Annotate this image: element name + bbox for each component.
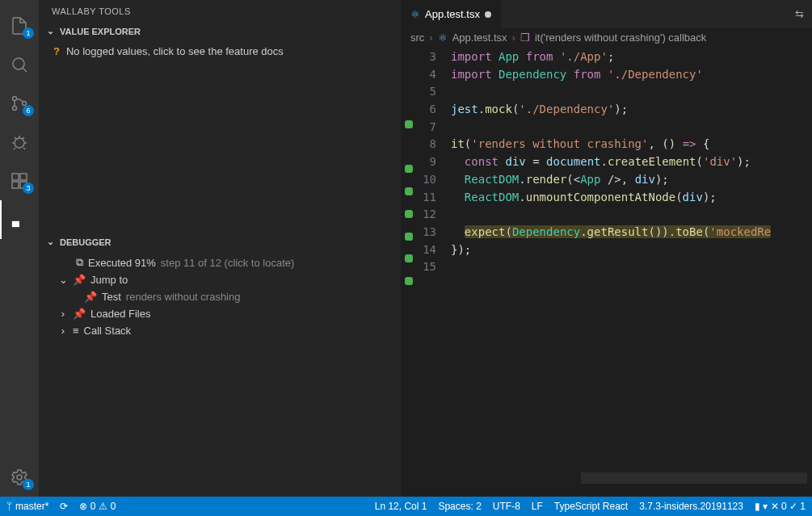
status-eol[interactable]: LF: [532, 501, 543, 512]
value-explorer-empty[interactable]: ? No logged values, click to see the fea…: [39, 43, 401, 60]
chevron-right-icon: ›: [58, 308, 68, 320]
loaded-files-label: Loaded Files: [90, 308, 150, 320]
activity-bar: 1 6 3 1: [0, 0, 39, 497]
status-encoding[interactable]: UTF-8: [493, 501, 520, 512]
question-icon: ?: [53, 45, 60, 57]
debugger-header[interactable]: ⌄ DEBUGGER: [39, 233, 401, 250]
chevron-right-icon: ›: [512, 31, 515, 44]
editor-tabs: ⚛ App.test.tsx ⇆: [401, 0, 812, 28]
svg-point-4: [15, 138, 24, 148]
chevron-right-icon: ›: [429, 31, 432, 44]
svg-rect-5: [12, 174, 19, 180]
activity-explorer[interactable]: 1: [0, 6, 39, 45]
badge: 3: [23, 182, 34, 194]
gutter-marks: [401, 47, 417, 497]
editor-area: ⚛ App.test.tsx ⇆ src › ⚛ App.test.tsx › …: [401, 0, 812, 497]
debugger-call-stack[interactable]: › ≡ Call Stack: [39, 322, 401, 339]
status-sync[interactable]: ⟳: [60, 501, 68, 512]
value-explorer-empty-text: No logged values, click to see the featu…: [66, 45, 284, 57]
test-detail: renders without crashing: [126, 291, 241, 303]
react-icon: ⚛: [410, 8, 420, 20]
svg-point-1: [13, 97, 17, 101]
svg-rect-10: [19, 212, 27, 227]
breadcrumbs[interactable]: src › ⚛ App.test.tsx › ❒ it('renders wit…: [401, 28, 812, 47]
bc-symbol[interactable]: it('renders without crashing') callback: [535, 31, 706, 44]
executed-detail: step 11 of 12 (click to locate): [161, 257, 294, 269]
modified-dot-icon: [485, 11, 491, 18]
status-spaces[interactable]: Spaces: 2: [438, 501, 481, 512]
activity-search[interactable]: [0, 45, 39, 84]
badge: 1: [23, 479, 34, 490]
svg-rect-9: [12, 221, 19, 227]
executed-label: Executed 91%: [88, 257, 156, 269]
chevron-down-icon: ⌄: [58, 274, 68, 286]
value-explorer-header[interactable]: ⌄ VALUE EXPLORER: [39, 23, 401, 40]
pin-icon: 📌: [73, 308, 86, 320]
activity-settings[interactable]: 1: [0, 458, 39, 497]
activity-extensions[interactable]: 3: [0, 162, 39, 200]
tab-actions[interactable]: ⇆: [787, 8, 812, 20]
status-tsver[interactable]: 3.7.3-insiders.20191123: [639, 501, 743, 512]
debugger-jump-to[interactable]: ⌄ 📌 Jump to: [39, 271, 401, 288]
bc-file[interactable]: App.test.tsx: [452, 31, 507, 44]
badge: 6: [23, 105, 34, 116]
pin-icon: 📌: [73, 274, 86, 286]
status-errors[interactable]: ⊗ 0 ⚠ 0: [79, 501, 116, 512]
activity-wallaby[interactable]: [0, 200, 39, 239]
sidebar: WALLABY TOOLS ⌄ VALUE EXPLORER ? No logg…: [39, 0, 401, 497]
code-content[interactable]: import App from './App';import Dependenc…: [446, 47, 812, 497]
svg-point-2: [13, 107, 17, 111]
status-branch[interactable]: ᛘ master*: [6, 501, 48, 512]
svg-point-11: [17, 475, 22, 480]
chevron-down-icon: ⌄: [45, 26, 55, 36]
svg-rect-8: [20, 174, 27, 180]
debugger-label: DEBUGGER: [60, 237, 111, 247]
svg-rect-6: [12, 182, 19, 188]
cube-icon: ❒: [520, 31, 530, 44]
value-explorer-label: VALUE EXPLORER: [60, 27, 141, 36]
compare-icon[interactable]: ⇆: [795, 8, 804, 20]
chevron-right-icon: ›: [58, 325, 68, 337]
bc-src[interactable]: src: [410, 31, 424, 44]
chevron-down-icon: ⌄: [45, 237, 55, 247]
activity-scm[interactable]: 6: [0, 84, 39, 123]
status-wallaby[interactable]: ▮ ▾ ✕ 0 ✓ 1: [755, 501, 806, 512]
minimap[interactable]: [581, 472, 807, 484]
activity-debug[interactable]: [0, 123, 39, 162]
code-editor[interactable]: 3456789101112131415 import App from './A…: [401, 47, 812, 497]
badge: 1: [23, 27, 34, 39]
tab-label: App.test.tsx: [425, 8, 480, 20]
svg-point-0: [13, 58, 24, 69]
react-icon: ⚛: [438, 31, 448, 44]
debugger-executed[interactable]: ⧉ Executed 91% step 11 of 12 (click to l…: [39, 254, 401, 271]
status-bar: ᛘ master* ⟳ ⊗ 0 ⚠ 0 Ln 12, Col 1 Spaces:…: [0, 497, 812, 516]
editor-tab[interactable]: ⚛ App.test.tsx: [401, 0, 501, 28]
checklist-icon: ⧉: [76, 256, 83, 269]
jump-to-label: Jump to: [90, 274, 128, 286]
list-icon: ≡: [73, 325, 79, 337]
debugger-loaded-files[interactable]: › 📌 Loaded Files: [39, 305, 401, 322]
debugger-test-item[interactable]: 📌 Test renders without crashing: [39, 288, 401, 305]
call-stack-label: Call Stack: [84, 325, 132, 337]
pin-icon: 📌: [84, 291, 97, 303]
status-position[interactable]: Ln 12, Col 1: [375, 501, 427, 512]
status-lang[interactable]: TypeScript React: [554, 501, 628, 512]
test-label: Test: [102, 291, 121, 303]
sidebar-title: WALLABY TOOLS: [39, 0, 401, 23]
line-numbers: 3456789101112131415: [417, 47, 446, 497]
